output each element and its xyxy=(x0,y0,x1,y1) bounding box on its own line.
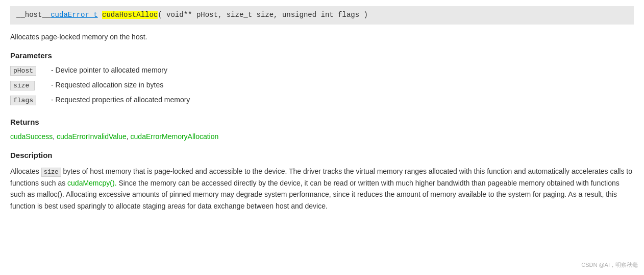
param-name-flags: flags xyxy=(10,96,36,105)
param-name-size: size xyxy=(10,81,35,90)
param-name-col-size: size xyxy=(10,81,51,90)
desc-before-code: Allocates xyxy=(10,167,41,175)
returns-title: Returns xyxy=(10,118,634,126)
param-dash-phost: - xyxy=(51,66,56,74)
description-title: Description xyxy=(10,151,634,159)
param-name-phost: pHost xyxy=(10,66,36,76)
main-container: __host__cudaError_t cudaHostAlloc( void*… xyxy=(0,0,644,275)
parameters-title: Parameters xyxy=(10,51,634,60)
desc-code-size: size xyxy=(41,168,61,177)
watermark: CSDN @AI，明察秋毫 xyxy=(581,261,638,269)
param-desc-col-phost: - Device pointer to allocated memory xyxy=(51,66,634,74)
param-name-col-flags: flags xyxy=(10,96,51,105)
returns-section: Returns cudaSuccess, cudaErrorInvalidVal… xyxy=(10,118,634,141)
returns-links: cudaSuccess, cudaErrorInvalidValue, cuda… xyxy=(10,132,634,141)
param-desc-col-size: - Requested allocation size in bytes xyxy=(51,81,634,89)
host-prefix: __host__ xyxy=(16,11,51,19)
param-name-col-phost: pHost xyxy=(10,66,51,76)
param-desc-col-flags: - Requested properties of allocated memo… xyxy=(51,96,634,104)
function-signature: __host__cudaError_t cudaHostAlloc( void*… xyxy=(10,6,634,25)
return-sep-1: , xyxy=(53,132,57,141)
function-name: cudaHostAlloc xyxy=(102,11,158,19)
param-row-flags: flags - Requested properties of allocate… xyxy=(10,96,634,105)
return-type[interactable]: cudaError_t xyxy=(51,11,97,19)
param-dash-flags: - xyxy=(51,96,56,104)
short-description: Allocates page-locked memory on the host… xyxy=(10,33,634,41)
description-section: Description Allocates size bytes of host… xyxy=(10,151,634,212)
parameters-section: Parameters pHost - Device pointer to all… xyxy=(10,51,634,105)
description-body: Allocates size bytes of host memory that… xyxy=(10,166,634,212)
desc-link-cudamemcpy[interactable]: cudaMemcpy(). xyxy=(67,179,116,187)
return-link-cudaerrormemoryallocation[interactable]: cudaErrorMemoryAllocation xyxy=(131,132,219,141)
function-params: ( void** pHost, size_t size, unsigned in… xyxy=(158,11,368,19)
return-sep-2: , xyxy=(127,132,131,141)
return-link-cudaerrorinvalidvalue[interactable]: cudaErrorInvalidValue xyxy=(57,132,127,141)
param-dash-size: - xyxy=(51,81,56,89)
param-desc-phost: Device pointer to allocated memory xyxy=(56,66,167,74)
param-row-phost: pHost - Device pointer to allocated memo… xyxy=(10,66,634,76)
return-link-cudasuccess[interactable]: cudaSuccess xyxy=(10,132,53,141)
param-desc-size: Requested allocation size in bytes xyxy=(56,81,164,89)
param-desc-flags: Requested properties of allocated memory xyxy=(56,96,190,104)
param-row-size: size - Requested allocation size in byte… xyxy=(10,81,634,90)
